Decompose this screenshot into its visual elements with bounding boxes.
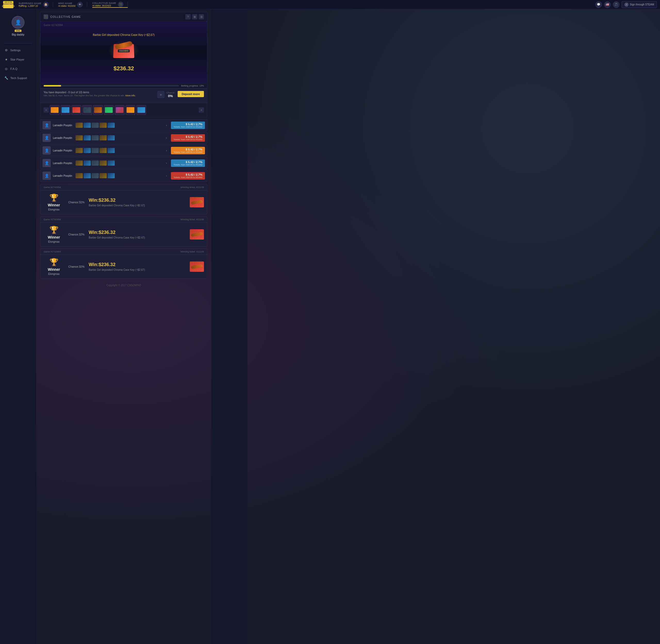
winner-name: Elongmax (48, 240, 60, 243)
grid-view-button[interactable]: ⊞ (192, 14, 197, 19)
surprised-game-sublabel: Raffling: (19, 5, 27, 7)
winner-card: Game #2743994 Winning ticket: #22239 🏆 W… (40, 216, 207, 247)
winner-description: Barbie Girl deposited Chroma Case Key (~… (89, 204, 185, 207)
winner-card-header: Game #2743994 Winning ticket: #22239 (41, 249, 207, 255)
bet-tickets: Tickets: from #39725 to #51842 (174, 151, 202, 153)
sidebar-item-star-player[interactable]: ★ Star Player (0, 55, 36, 64)
surprised-game-section[interactable]: SURPRISED GAME Raffling: 1,2997.22 🎰 (19, 2, 53, 7)
bet-tickets: Tickets: from #39725 to #51842 (174, 138, 202, 141)
music-icon[interactable]: 🎵 (613, 1, 619, 8)
player-item (75, 123, 83, 128)
carousel-item[interactable] (104, 105, 114, 115)
betting-middle: » Chance 0% (154, 91, 178, 98)
winner-name: Elongmax (48, 208, 60, 211)
betting-left: You have deposited - 0 (out of 10) items… (44, 91, 154, 97)
winner-game-num: Game #2743994 (44, 250, 61, 253)
player-item (91, 135, 99, 140)
carousel-items-list (50, 105, 198, 115)
winner-info: Win:$236.32 Barbie Girl deposited Chroma… (89, 198, 185, 207)
winner-figure: 🏆 Winner Elongmax (44, 193, 64, 211)
help-button[interactable]: ? (185, 14, 191, 19)
chat-icon[interactable]: 💬 (595, 1, 602, 8)
carousel-item-img (94, 107, 102, 113)
player-item (91, 173, 99, 178)
username: Big daddy (12, 33, 24, 36)
sidebar-support-label: Tech Support (10, 76, 27, 79)
panel-icon: ⬛ (44, 15, 48, 19)
collective-game-icon: ⬛ (118, 2, 124, 7)
player-items-nav[interactable]: › (164, 123, 169, 128)
bet-amount: $ 5.42 / 2.7% (185, 173, 202, 176)
list-view-button[interactable]: ☰ (199, 14, 204, 19)
layout: 👤 KING Big daddy ⚙ Settings ★ Star Playe… (0, 9, 660, 644)
betting-min-text: Min. bet $2.5, max. items 10. The higher… (44, 94, 154, 97)
player-item (91, 148, 99, 153)
progress-bar (44, 85, 179, 87)
winner-chance: Chance:32% (68, 265, 85, 268)
bet-amount: $ 5.42 / 2.7% (185, 148, 202, 151)
player-bet-badge: $ 5.42 / 2.7% Tickets: from #39725 to #5… (171, 172, 205, 180)
collective-game-section[interactable]: COLLECTIVE GAME At stake: 3022422 ⬛ (92, 2, 128, 8)
collective-game-sublabel: At stake: (92, 4, 101, 7)
winner-description: Barbie Girl deposited Chroma Case Key (~… (89, 236, 185, 239)
player-items-nav[interactable]: › (164, 161, 169, 165)
carousel-prev-button[interactable]: ‹ (44, 108, 49, 113)
carousel-item-img (116, 107, 124, 113)
player-items-nav[interactable]: › (164, 136, 169, 140)
carousel-item[interactable] (136, 105, 146, 115)
winner-item-image (190, 229, 204, 239)
carousel-item[interactable] (82, 105, 92, 115)
carousel-next-button[interactable]: › (199, 108, 204, 113)
steam-login-button[interactable]: S Sign through STEAM (622, 1, 657, 8)
panel-controls: ? ⊞ ☰ (185, 14, 204, 19)
carousel-item[interactable] (93, 105, 103, 115)
player-items-nav[interactable]: › (164, 148, 169, 153)
table-row: 👤 Lamadin Pooptin › $ 5.42 / 2.7% Ticket… (40, 144, 207, 156)
bet-amount: $ 5.42 / 2.7% (185, 123, 202, 126)
player-item (100, 123, 107, 128)
sidebar-item-settings[interactable]: ⚙ Settings (0, 46, 36, 55)
table-row: 👤 Lamadin Pooptin › $ 5.42 / 2.7% Ticket… (40, 157, 207, 169)
carousel-item-img (72, 107, 80, 113)
trophy-icon: 🏆 (49, 193, 59, 202)
sidebar-divider (4, 43, 32, 44)
player-items (75, 135, 162, 140)
carousel-item[interactable] (71, 105, 81, 115)
who-game-amount: 922432 (68, 5, 75, 7)
game-panel: ⬛ COLLECTIVE GAME ? ⊞ ☰ Game #2743994 Ba… (40, 12, 207, 117)
avatar: 👤 (12, 16, 24, 29)
carousel-item[interactable] (50, 105, 60, 115)
sidebar-settings-label: Settings (10, 49, 21, 52)
carousel-item-img (62, 107, 69, 113)
winner-info: Win:$236.32 Barbie Girl deposited Chroma… (89, 230, 185, 239)
sidebar-item-faq[interactable]: ◎ F.A.Q (0, 64, 36, 73)
player-items (75, 148, 162, 153)
bet-amount: $ 5.42 / 2.7% (185, 160, 202, 164)
player-item (75, 160, 83, 166)
bet-tickets: Tickets: from #39725 to #51842 (174, 126, 202, 128)
carousel-item[interactable] (61, 105, 70, 115)
player-avatar: 👤 (43, 159, 51, 167)
winner-amount: Win:$236.32 (89, 198, 185, 203)
winner-ticket: Winning ticket: #22239 (180, 186, 204, 188)
carousel-item-img (137, 107, 145, 113)
surprised-game-value: Raffling: 1,2997.22 (19, 5, 42, 7)
carousel-item-img (127, 107, 134, 113)
surprised-game-amount: 1,2997.22 (28, 5, 38, 7)
arrow-right-button[interactable]: » (157, 91, 164, 98)
deposit-more-button[interactable]: Deposit more (178, 91, 204, 97)
more-info-link[interactable]: More info. (125, 94, 136, 97)
player-items-nav[interactable]: › (164, 174, 169, 178)
who-game-icon: 👁 (77, 2, 83, 7)
carousel-item[interactable] (115, 105, 125, 115)
who-game-section[interactable]: WHO GAME At stake: 922432 👁 (58, 2, 87, 7)
avatar-badge: KING (15, 30, 21, 32)
item-value: $236.32 (113, 65, 134, 72)
chance-display: Chance 0% (167, 91, 175, 98)
player-name: Lamadin Pooptin (53, 162, 73, 165)
player-bet-badge: $ 5.42 / 2.7% Tickets: from #39725 to #5… (171, 121, 205, 129)
carousel-item[interactable] (126, 105, 135, 115)
sidebar-item-tech-support[interactable]: 🔧 Tech Support (0, 73, 36, 83)
flag-icon[interactable]: 🇺🇸 (604, 1, 611, 8)
player-item (100, 135, 107, 140)
